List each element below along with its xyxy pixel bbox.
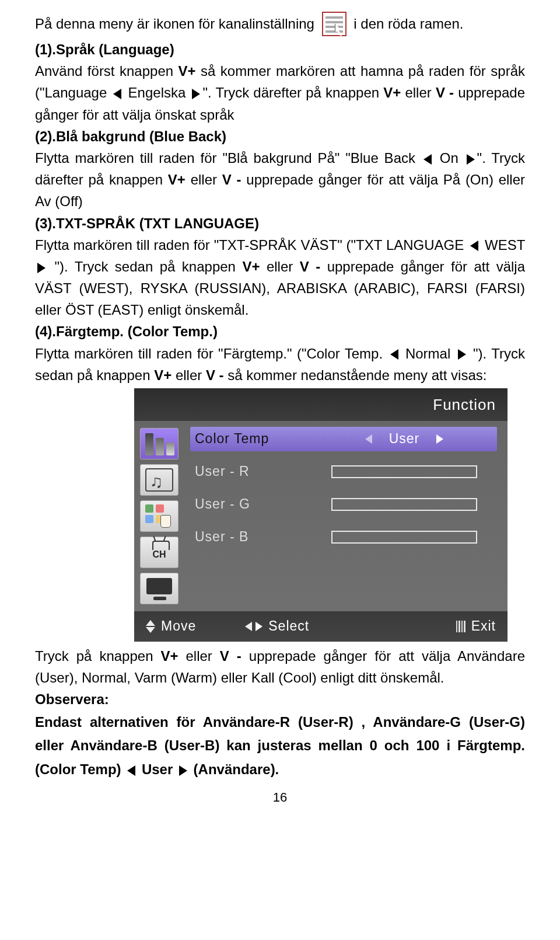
- para-4: Flytta markören till raden för "Färgtemp…: [35, 343, 525, 386]
- osd-panel: Function Color Temp User: [134, 388, 508, 642]
- osd-title: Function: [134, 388, 508, 421]
- text: i den röda ramen.: [354, 16, 463, 32]
- footer-exit: Exit: [471, 616, 496, 637]
- tv-tab-icon[interactable]: [140, 573, 178, 604]
- triangle-left-icon: [390, 349, 398, 360]
- triangle-right-icon[interactable]: [436, 434, 443, 444]
- triangle-right-icon: [37, 263, 46, 273]
- osd-footer: Move Select Exit: [134, 611, 508, 642]
- left-right-icon: [245, 622, 262, 631]
- para-6: Endast alternativen för Användare-R (Use…: [35, 711, 525, 782]
- heading-1: (1).Språk (Language): [35, 41, 174, 57]
- heading-3: (3).TXT-SPRÅK (TXT LANGUAGE): [35, 213, 525, 234]
- osd-rows: Color Temp User User - R User - G: [184, 421, 508, 611]
- row-color-temp[interactable]: Color Temp User: [190, 427, 497, 451]
- triangle-left-icon: [424, 154, 432, 165]
- triangle-right-icon: [467, 154, 475, 165]
- row-label: User - G: [195, 494, 312, 515]
- triangle-right-icon: [179, 765, 187, 776]
- para-3: Flytta markören till raden för "TXT-SPRÅ…: [35, 234, 525, 321]
- line-intro: På denna meny är ikonen för kanalinställ…: [35, 12, 525, 39]
- triangle-left-icon: [127, 765, 135, 776]
- row-label: User - R: [195, 461, 312, 482]
- up-down-icon: [146, 620, 155, 633]
- slider[interactable]: [331, 465, 477, 478]
- text: På denna meny är ikonen för kanalinställ…: [35, 16, 314, 32]
- triangle-right-icon: [192, 89, 200, 99]
- row-label: Color Temp: [195, 429, 312, 450]
- para-5: Tryck på knappen V+ eller V - upprepade …: [35, 645, 525, 688]
- triangle-left-icon: [470, 241, 478, 251]
- footer-move: Move: [161, 616, 196, 637]
- page-number: 16: [35, 788, 525, 807]
- row-user-r[interactable]: User - R: [195, 459, 497, 484]
- row-value: User: [378, 429, 430, 450]
- sound-tab-icon[interactable]: [140, 464, 178, 496]
- picture-tab-icon[interactable]: [140, 428, 178, 459]
- slider[interactable]: [331, 531, 477, 544]
- observe-heading: Observera:: [35, 688, 525, 710]
- osd-tab-icons: [134, 421, 184, 611]
- para-2: Flytta markören till raden för "Blå bakg…: [35, 147, 525, 213]
- footer-select: Select: [268, 616, 309, 637]
- channel-settings-icon: [322, 12, 346, 36]
- triangle-left-icon: [113, 89, 121, 99]
- triangle-left-icon[interactable]: [365, 434, 372, 444]
- slider[interactable]: [331, 498, 477, 511]
- para-1: Använd först knappen V+ så kommer markör…: [35, 60, 525, 126]
- heading-4: (4).Färgtemp. (Color Temp.): [35, 321, 525, 342]
- menu-icon: [456, 621, 466, 632]
- osd-body: Color Temp User User - R User - G: [134, 421, 508, 611]
- function-tab-icon[interactable]: [140, 500, 178, 532]
- triangle-right-icon: [458, 349, 466, 360]
- channel-tab-icon[interactable]: [140, 537, 178, 568]
- row-user-b[interactable]: User - B: [195, 525, 497, 549]
- heading-2: (2).Blå bakgrund (Blue Back): [35, 126, 525, 147]
- row-label: User - B: [195, 527, 312, 548]
- row-user-g[interactable]: User - G: [195, 492, 497, 517]
